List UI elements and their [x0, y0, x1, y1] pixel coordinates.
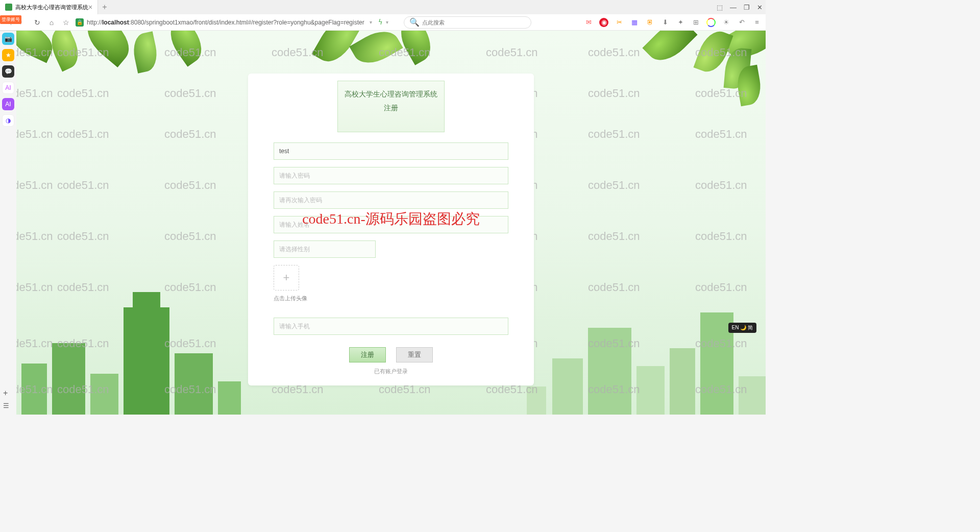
- password-input[interactable]: [274, 167, 508, 184]
- dock-app-4[interactable]: AI: [2, 82, 14, 94]
- leaf-decoration: [349, 31, 403, 71]
- gender-select[interactable]: [274, 240, 376, 258]
- navigation-bar: 〈 〉 ↻ ⌂ ☆ 🔒 http://localhost:8080/spring…: [0, 14, 766, 31]
- leaf-decoration: [130, 31, 161, 74]
- window-controls: ⬚ — ❐ ✕: [717, 0, 763, 14]
- settings-icon[interactable]: ☀: [722, 18, 731, 27]
- leaf-decoration: [163, 31, 209, 67]
- login-badge[interactable]: 登录账号: [0, 15, 21, 24]
- list-button[interactable]: ☰: [3, 402, 9, 409]
- minimize-icon[interactable]: —: [730, 4, 737, 11]
- apps-icon[interactable]: ⊞: [691, 18, 700, 27]
- ime-indicator[interactable]: EN 🌙 简: [728, 323, 756, 333]
- home-button[interactable]: ⌂: [47, 18, 56, 27]
- form-title: 高校大学生心理咨询管理系统 注册: [337, 81, 445, 132]
- phone-input[interactable]: [274, 318, 508, 335]
- dock-app-2[interactable]: ★: [2, 49, 14, 61]
- reload-button[interactable]: ↻: [33, 18, 42, 27]
- tab-favicon: [5, 4, 12, 11]
- button-row: 注册 重置: [274, 347, 508, 362]
- close-window-icon[interactable]: ✕: [757, 4, 763, 11]
- address-bar[interactable]: 🔒 http://localhost:8080/springboot1xmao/…: [76, 18, 388, 27]
- maximize-icon[interactable]: ❐: [744, 4, 750, 11]
- leaf-decoration: [79, 31, 138, 67]
- dock-app-3[interactable]: 💬: [2, 65, 14, 78]
- lock-icon: 🔒: [76, 18, 84, 27]
- reset-button[interactable]: 重置: [396, 347, 433, 362]
- puzzle-icon[interactable]: ✦: [676, 18, 685, 27]
- search-input[interactable]: [422, 19, 526, 26]
- leaf-decoration: [642, 31, 697, 69]
- lightning-icon[interactable]: ϟ: [378, 18, 383, 26]
- grid-icon[interactable]: ▦: [630, 18, 639, 27]
- upload-hint: 点击上传头像: [274, 295, 508, 302]
- register-button[interactable]: 注册: [349, 347, 386, 362]
- download-icon[interactable]: ⬇: [660, 18, 670, 27]
- close-icon[interactable]: ×: [88, 3, 92, 11]
- shield-icon[interactable]: ⛨: [645, 18, 654, 27]
- bottom-dock: + ☰: [3, 389, 9, 409]
- page-viewport: code51.cncode51.cncode51.cncode51.cncode…: [16, 31, 766, 415]
- tab-title: 高校大学生心理咨询管理系统: [15, 4, 88, 11]
- side-dock: 📷 ★ 💬 AI AI ◑: [0, 31, 16, 127]
- username-input[interactable]: [274, 142, 508, 160]
- password-confirm-input[interactable]: [274, 191, 508, 209]
- login-link[interactable]: 已有账户登录: [274, 368, 508, 375]
- toolbar-icons: ✉ ◉ ✂ ▦ ⛨ ⬇ ✦ ⊞ ☀ ↶ ≡: [584, 18, 762, 27]
- browser-tab[interactable]: 高校大学生心理咨询管理系统 ×: [0, 0, 98, 14]
- favorite-button[interactable]: ☆: [61, 18, 70, 27]
- browser-chrome: 高校大学生心理咨询管理系统 × + ⬚ — ❐ ✕ 〈 〉 ↻ ⌂ ☆ 🔒 ht…: [0, 0, 766, 31]
- search-icon: 🔍: [409, 17, 420, 27]
- register-card: 高校大学生心理咨询管理系统 注册 + 点击上传头像 注册 重置 已有账户登录: [248, 74, 534, 385]
- add-button[interactable]: +: [3, 389, 9, 398]
- tab-bar: 高校大学生心理咨询管理系统 × + ⬚ — ❐ ✕: [0, 0, 766, 14]
- weibo-icon[interactable]: ◉: [599, 18, 608, 27]
- nickname-input[interactable]: [274, 216, 508, 233]
- dock-app-1[interactable]: 📷: [2, 33, 14, 45]
- undo-icon[interactable]: ↶: [737, 18, 746, 27]
- new-tab-button[interactable]: +: [102, 3, 107, 12]
- menu-icon[interactable]: ≡: [752, 18, 762, 27]
- mail-icon[interactable]: ✉: [584, 18, 593, 27]
- circle-icon[interactable]: [706, 18, 716, 27]
- dropdown-icon[interactable]: ▾: [386, 19, 388, 25]
- window-pin-icon[interactable]: ⬚: [717, 4, 723, 11]
- url-text: http://localhost:8080/springboot1xmao/fr…: [87, 19, 364, 26]
- dock-app-5[interactable]: AI: [2, 98, 14, 110]
- dock-app-6[interactable]: ◑: [2, 114, 14, 127]
- plus-icon: +: [283, 271, 290, 284]
- search-box[interactable]: 🔍: [404, 16, 531, 29]
- dropdown-icon[interactable]: ▾: [370, 19, 372, 25]
- scissors-icon[interactable]: ✂: [615, 18, 624, 27]
- avatar-upload[interactable]: +: [274, 265, 299, 291]
